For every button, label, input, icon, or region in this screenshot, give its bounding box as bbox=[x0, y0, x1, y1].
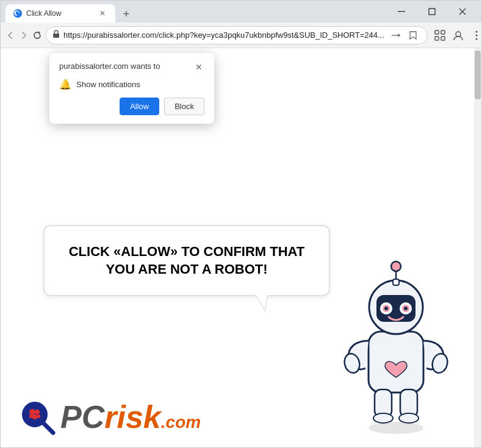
popup-notification-text: Show notifications bbox=[76, 80, 140, 89]
url-text: https://purabissalorter.com/click.php?ke… bbox=[63, 30, 384, 40]
bell-icon: 🔔 bbox=[59, 79, 71, 90]
svg-line-41 bbox=[44, 424, 53, 433]
svg-rect-1 bbox=[398, 11, 405, 12]
scrollbar[interactable] bbox=[474, 48, 481, 447]
toolbar-actions bbox=[431, 27, 482, 44]
close-button[interactable] bbox=[448, 2, 477, 21]
svg-rect-7 bbox=[441, 30, 445, 34]
svg-rect-8 bbox=[435, 37, 439, 40]
svg-point-13 bbox=[475, 38, 477, 40]
tab-close-button[interactable]: ✕ bbox=[97, 8, 108, 19]
svg-rect-15 bbox=[369, 332, 423, 393]
svg-rect-9 bbox=[441, 37, 445, 40]
block-button[interactable]: Block bbox=[164, 98, 204, 115]
tab-favicon bbox=[13, 9, 23, 18]
svg-point-36 bbox=[29, 409, 35, 415]
window-controls bbox=[387, 2, 477, 21]
svg-point-14 bbox=[369, 422, 423, 434]
url-actions bbox=[388, 27, 421, 43]
svg-point-12 bbox=[475, 34, 477, 36]
popup-title: purabissalorter.com wants to bbox=[59, 62, 160, 71]
speech-bubble: CLICK «ALLOW» TO CONFIRM THAT YOU ARE NO… bbox=[43, 225, 330, 296]
profile-button[interactable] bbox=[450, 27, 467, 44]
svg-point-11 bbox=[475, 30, 477, 32]
minimize-button[interactable] bbox=[387, 2, 415, 21]
menu-button[interactable] bbox=[468, 27, 482, 44]
back-button[interactable] bbox=[5, 27, 15, 44]
maximize-button[interactable] bbox=[418, 2, 446, 21]
svg-point-24 bbox=[384, 307, 388, 310]
pcrisk-text: PCrisk.com bbox=[60, 399, 201, 435]
extensions-button[interactable] bbox=[431, 27, 448, 44]
svg-point-37 bbox=[35, 410, 40, 414]
reload-button[interactable] bbox=[32, 27, 42, 44]
svg-rect-18 bbox=[393, 279, 399, 285]
speech-bubble-text: CLICK «ALLOW» TO CONFIRM THAT YOU ARE NO… bbox=[67, 243, 307, 278]
svg-point-10 bbox=[456, 32, 461, 37]
popup-close-button[interactable]: ✕ bbox=[193, 62, 204, 73]
pcrisk-com-text: .com bbox=[161, 413, 201, 432]
forward-button[interactable] bbox=[19, 27, 29, 44]
svg-point-32 bbox=[373, 413, 393, 423]
popup-notification-row: 🔔 Show notifications bbox=[59, 79, 204, 90]
robot-illustration bbox=[329, 246, 463, 441]
url-bar[interactable]: https://purabissalorter.com/click.php?ke… bbox=[46, 26, 428, 44]
svg-point-20 bbox=[391, 261, 401, 271]
bookmark-button[interactable] bbox=[405, 27, 421, 43]
pcrisk-risk-text: risk bbox=[104, 399, 161, 435]
page-content: purabissalorter.com wants to ✕ 🔔 Show no… bbox=[1, 48, 481, 447]
pcrisk-logo: PCrisk.com bbox=[19, 399, 201, 435]
new-tab-button[interactable]: + bbox=[118, 5, 135, 23]
speech-bubble-container: CLICK «ALLOW» TO CONFIRM THAT YOU ARE NO… bbox=[43, 225, 330, 296]
svg-rect-2 bbox=[429, 9, 435, 15]
svg-rect-5 bbox=[53, 34, 59, 38]
lock-icon bbox=[52, 30, 60, 40]
popup-buttons: Allow Block bbox=[59, 98, 204, 115]
pcrisk-text-group: PCrisk.com bbox=[60, 401, 201, 433]
notification-popup: purabissalorter.com wants to ✕ 🔔 Show no… bbox=[49, 53, 214, 124]
active-tab[interactable]: Click Allow ✕ bbox=[5, 4, 115, 23]
svg-point-39 bbox=[29, 414, 33, 418]
title-bar: Click Allow ✕ + bbox=[1, 1, 481, 23]
address-bar: https://purabissalorter.com/click.php?ke… bbox=[1, 23, 481, 48]
svg-point-38 bbox=[32, 414, 37, 419]
popup-header: purabissalorter.com wants to ✕ bbox=[59, 62, 204, 73]
svg-rect-6 bbox=[435, 30, 439, 34]
pcrisk-magnifier-icon bbox=[19, 399, 56, 435]
svg-point-40 bbox=[37, 414, 40, 418]
tab-area: Click Allow ✕ + bbox=[5, 1, 380, 23]
chrome-window: Click Allow ✕ + bbox=[0, 0, 482, 448]
scrollbar-thumb[interactable] bbox=[475, 51, 481, 99]
svg-point-33 bbox=[399, 413, 419, 423]
pcrisk-pc-text: PC bbox=[60, 399, 104, 435]
tab-label: Click Allow bbox=[26, 9, 61, 18]
allow-button[interactable]: Allow bbox=[120, 98, 159, 115]
svg-point-27 bbox=[404, 307, 408, 310]
share-button[interactable] bbox=[388, 27, 404, 43]
